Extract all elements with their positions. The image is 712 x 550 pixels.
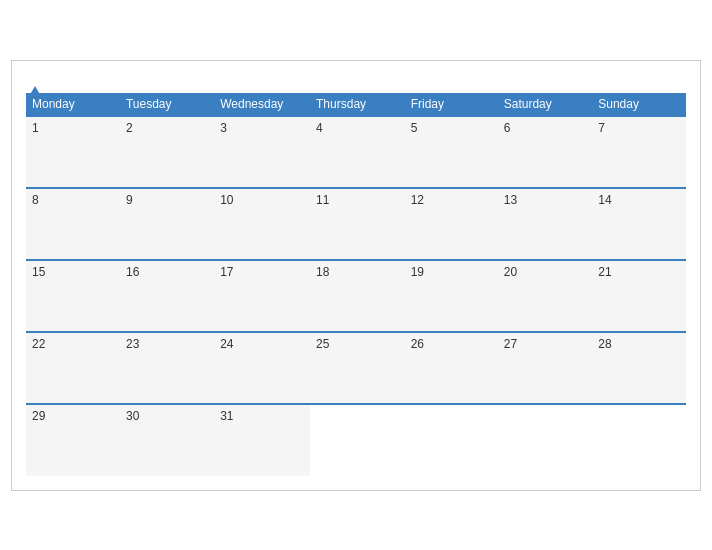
calendar-cell: [498, 404, 592, 476]
day-number: 2: [126, 121, 133, 135]
calendar-cell: 24: [214, 332, 310, 404]
calendar-cell: 2: [120, 116, 214, 188]
day-number: 3: [220, 121, 227, 135]
day-number: 16: [126, 265, 139, 279]
calendar-cell: 15: [26, 260, 120, 332]
calendar-cell: 9: [120, 188, 214, 260]
calendar-cell: 11: [310, 188, 405, 260]
day-number: 22: [32, 337, 45, 351]
day-number: 10: [220, 193, 233, 207]
day-number: 28: [598, 337, 611, 351]
day-number: 5: [411, 121, 418, 135]
weekday-friday: Friday: [405, 93, 498, 116]
calendar-cell: 16: [120, 260, 214, 332]
logo: [26, 71, 42, 85]
day-number: 1: [32, 121, 39, 135]
calendar-cell: 31: [214, 404, 310, 476]
calendar-cell: 3: [214, 116, 310, 188]
day-number: 25: [316, 337, 329, 351]
day-number: 9: [126, 193, 133, 207]
calendar-cell: 26: [405, 332, 498, 404]
calendar-cell: 22: [26, 332, 120, 404]
day-number: 6: [504, 121, 511, 135]
weekday-header-row: MondayTuesdayWednesdayThursdayFridaySatu…: [26, 93, 686, 116]
weekday-saturday: Saturday: [498, 93, 592, 116]
day-number: 26: [411, 337, 424, 351]
day-number: 17: [220, 265, 233, 279]
week-row-5: 293031: [26, 404, 686, 476]
day-number: 13: [504, 193, 517, 207]
day-number: 24: [220, 337, 233, 351]
weekday-sunday: Sunday: [592, 93, 686, 116]
day-number: 29: [32, 409, 45, 423]
day-number: 4: [316, 121, 323, 135]
calendar-cell: 14: [592, 188, 686, 260]
day-number: 19: [411, 265, 424, 279]
calendar-cell: 7: [592, 116, 686, 188]
day-number: 27: [504, 337, 517, 351]
calendar-cell: [405, 404, 498, 476]
day-number: 30: [126, 409, 139, 423]
day-number: 20: [504, 265, 517, 279]
calendar-cell: 25: [310, 332, 405, 404]
calendar-cell: 19: [405, 260, 498, 332]
calendar-cell: 27: [498, 332, 592, 404]
day-number: 7: [598, 121, 605, 135]
day-number: 8: [32, 193, 39, 207]
calendar-cell: 5: [405, 116, 498, 188]
calendar-cell: 10: [214, 188, 310, 260]
week-row-4: 22232425262728: [26, 332, 686, 404]
calendar-cell: 21: [592, 260, 686, 332]
weekday-thursday: Thursday: [310, 93, 405, 116]
day-number: 18: [316, 265, 329, 279]
calendar-cell: 18: [310, 260, 405, 332]
day-number: 12: [411, 193, 424, 207]
weekday-wednesday: Wednesday: [214, 93, 310, 116]
calendar-cell: 23: [120, 332, 214, 404]
week-row-3: 15161718192021: [26, 260, 686, 332]
calendar-cell: [310, 404, 405, 476]
calendar-cell: 8: [26, 188, 120, 260]
day-number: 31: [220, 409, 233, 423]
calendar-cell: 12: [405, 188, 498, 260]
calendar-cell: 1: [26, 116, 120, 188]
week-row-1: 1234567: [26, 116, 686, 188]
day-number: 14: [598, 193, 611, 207]
calendar-cell: 4: [310, 116, 405, 188]
day-number: 15: [32, 265, 45, 279]
calendar-container: MondayTuesdayWednesdayThursdayFridaySatu…: [11, 60, 701, 491]
weekday-tuesday: Tuesday: [120, 93, 214, 116]
calendar-table: MondayTuesdayWednesdayThursdayFridaySatu…: [26, 93, 686, 476]
logo-triangle-icon: [28, 71, 42, 98]
day-number: 11: [316, 193, 329, 207]
calendar-cell: 29: [26, 404, 120, 476]
calendar-header: [26, 71, 686, 85]
calendar-cell: 6: [498, 116, 592, 188]
calendar-cell: 28: [592, 332, 686, 404]
week-row-2: 891011121314: [26, 188, 686, 260]
calendar-cell: 30: [120, 404, 214, 476]
calendar-cell: 13: [498, 188, 592, 260]
calendar-cell: 17: [214, 260, 310, 332]
day-number: 23: [126, 337, 139, 351]
calendar-cell: [592, 404, 686, 476]
day-number: 21: [598, 265, 611, 279]
calendar-cell: 20: [498, 260, 592, 332]
